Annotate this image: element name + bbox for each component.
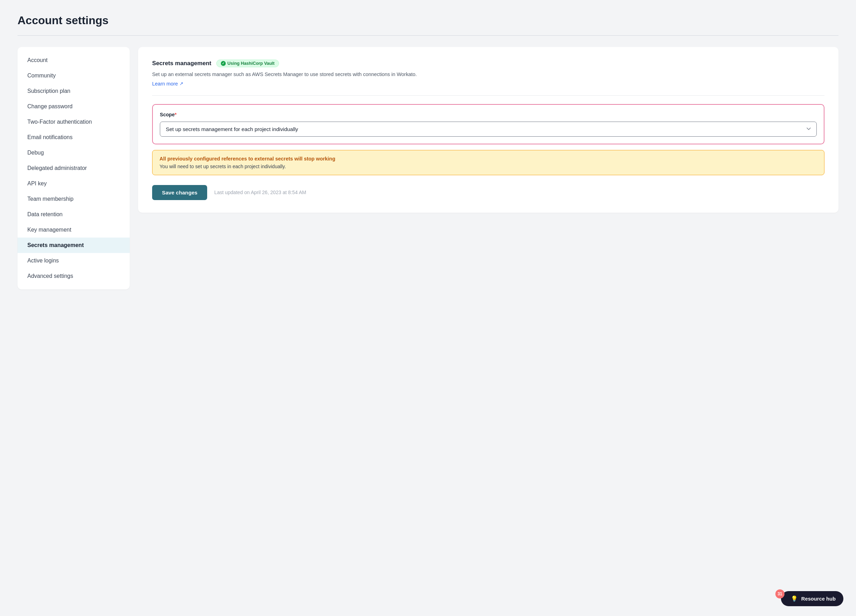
external-link-icon: ↗ — [180, 81, 183, 86]
check-icon: ✓ — [221, 61, 226, 66]
resource-hub-button[interactable]: 💡 Resource hub — [781, 591, 844, 606]
sidebar-item-debug[interactable]: Debug — [17, 145, 130, 160]
sidebar-item-data-retention[interactable]: Data retention — [17, 207, 130, 222]
content-wrapper: AccountCommunitySubscription planChange … — [17, 47, 839, 289]
warning-box: All previously configured references to … — [152, 150, 824, 175]
save-button[interactable]: Save changes — [152, 185, 207, 200]
section-divider — [152, 95, 824, 96]
warning-body: You will need to set up secrets in each … — [160, 164, 817, 169]
sidebar-item-change-password[interactable]: Change password — [17, 99, 130, 114]
required-star: * — [175, 112, 176, 117]
warning-title: All previously configured references to … — [160, 156, 817, 161]
sidebar-item-two-factor[interactable]: Two-Factor authentication — [17, 114, 130, 130]
page-title: Account settings — [17, 14, 839, 27]
section-header: Secrets management ✓ Using HashiCorp Vau… — [152, 60, 824, 67]
resource-hub-label: Resource hub — [801, 596, 836, 602]
last-updated: Last updated on April 26, 2023 at 8:54 A… — [214, 190, 306, 195]
sidebar-item-api-key[interactable]: API key — [17, 176, 130, 191]
sidebar-item-community[interactable]: Community — [17, 68, 130, 83]
sidebar-item-team-membership[interactable]: Team membership — [17, 191, 130, 207]
resource-hub-badge: 31 — [775, 589, 785, 599]
section-title: Secrets management — [152, 60, 211, 67]
scope-label: Scope* — [160, 112, 817, 117]
section-description: Set up an external secrets manager such … — [152, 71, 824, 78]
sidebar-item-email-notifications[interactable]: Email notifications — [17, 130, 130, 145]
learn-more-label: Learn more — [152, 81, 178, 86]
bulb-icon: 💡 — [791, 595, 798, 602]
sidebar-item-advanced-settings[interactable]: Advanced settings — [17, 269, 130, 284]
badge-label: Using HashiCorp Vault — [228, 61, 274, 66]
learn-more-link[interactable]: Learn more ↗ — [152, 81, 183, 86]
sidebar-item-subscription-plan[interactable]: Subscription plan — [17, 83, 130, 99]
sidebar-item-key-management[interactable]: Key management — [17, 222, 130, 238]
scope-select[interactable]: Set up secrets management for each proje… — [160, 121, 817, 137]
page-divider — [17, 35, 839, 36]
sidebar-item-account[interactable]: Account — [17, 52, 130, 68]
save-area: Save changes Last updated on April 26, 2… — [152, 185, 824, 200]
resource-hub: 31 💡 Resource hub — [775, 591, 844, 606]
main-content: Secrets management ✓ Using HashiCorp Vau… — [138, 47, 839, 213]
sidebar-item-active-logins[interactable]: Active logins — [17, 253, 130, 269]
sidebar-item-secrets-management[interactable]: Secrets management — [17, 238, 130, 253]
vault-badge: ✓ Using HashiCorp Vault — [216, 60, 279, 67]
sidebar: AccountCommunitySubscription planChange … — [17, 47, 130, 289]
scope-container: Scope* Set up secrets management for eac… — [152, 104, 824, 144]
sidebar-item-delegated-administrator[interactable]: Delegated administrator — [17, 160, 130, 176]
